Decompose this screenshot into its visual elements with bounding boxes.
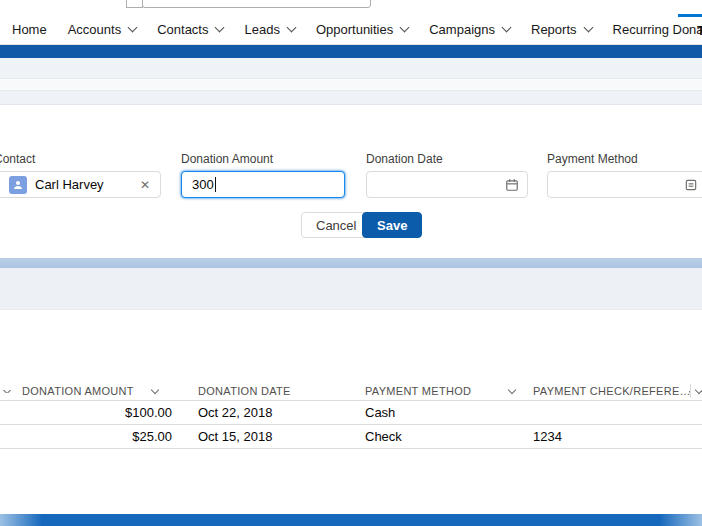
nav-tab-recurring-donations[interactable]: Recurring Donations [613,22,702,37]
clear-icon[interactable]: ✕ [140,178,150,192]
column-header-payment-method[interactable]: PAYMENT METHOD [358,385,525,397]
nav-tab-label: Contacts [157,22,208,37]
contact-icon [9,176,27,194]
calendar-icon[interactable] [505,178,519,192]
cell-payment-check-reference: 1234 [525,429,690,444]
chevron-down-icon[interactable] [502,23,512,33]
nav-tab-reports[interactable]: Reports [531,22,592,37]
nav-tab-label: Accounts [68,22,121,37]
page-header-band [0,58,702,105]
donation-date-input[interactable] [366,171,528,198]
chevron-down-icon[interactable] [3,390,11,393]
donation-amount-label: Donation Amount [181,152,273,166]
cell-donation-date: Oct 15, 2018 [190,429,358,444]
nav-tab-leads[interactable]: Leads [244,22,294,37]
text-cursor [215,177,216,192]
top-clipped-button[interactable] [126,0,143,8]
cancel-button[interactable]: Cancel [301,212,371,238]
column-header-payment-check-reference[interactable]: PAYMENT CHECK/REFERE… [525,385,690,397]
chevron-down-icon[interactable] [695,385,702,393]
cell-payment-method: Cash [358,405,525,420]
picklist-icon[interactable] [684,178,698,192]
column-header-donation-date[interactable]: DONATION DATE [190,385,358,397]
column-label: PAYMENT METHOD [365,385,471,397]
table-header-row: DONATION AMOUNT DONATION DATE PAYMENT ME… [0,382,702,401]
section-light-band [0,268,702,310]
header-blue-bar [0,45,702,58]
donation-amount-input[interactable]: 300 [181,171,345,198]
header-inner-strip [0,78,702,91]
nav-tab-opportunities[interactable]: Opportunities [316,22,408,37]
clipped-column-header[interactable] [690,384,702,398]
contact-field-value: Carl Harvey [35,177,104,192]
donation-amount-value: 300 [192,177,214,192]
chevron-down-icon[interactable] [583,23,593,33]
contact-field-label: Contact [0,152,35,166]
section-divider-band [0,258,702,268]
nav-tab-label: Leads [244,22,279,37]
table-row[interactable]: $25.00 Oct 15, 2018 Check 1234 [0,425,702,449]
contact-field[interactable]: Carl Harvey ✕ [0,171,161,198]
chevron-down-icon[interactable] [286,23,296,33]
nav-tab-accounts[interactable]: Accounts [68,22,136,37]
nav-tab-clipped[interactable]: T [697,23,702,38]
chevron-down-icon[interactable] [215,23,225,33]
active-tab-indicator [678,14,702,17]
nav-tab-label: Recurring Donations [613,22,702,37]
chevron-down-icon[interactable] [151,385,159,393]
nav-tab-label: Opportunities [316,22,393,37]
donations-table: DONATION AMOUNT DONATION DATE PAYMENT ME… [0,382,702,449]
bottom-blue-bar [0,514,702,526]
cell-donation-amount: $25.00 [14,429,190,444]
chevron-down-icon[interactable] [508,385,516,393]
save-button[interactable]: Save [362,212,422,238]
column-label: DONATION DATE [198,385,291,397]
column-label: PAYMENT CHECK/REFERE… [533,385,690,397]
column-label: DONATION AMOUNT [22,385,134,397]
nav-bar: Home Accounts Contacts Leads Opportuniti… [0,15,702,45]
donation-edit-form: Contact Carl Harvey ✕ Donation Amount 30… [0,105,702,258]
top-clipped-searchbox[interactable] [142,0,371,8]
donation-date-label: Donation Date [366,152,443,166]
nav-tab-label: Campaigns [429,22,495,37]
nav-tab-label: Reports [531,22,577,37]
nav-tab-contacts[interactable]: Contacts [157,22,223,37]
column-header-donation-amount[interactable]: DONATION AMOUNT [14,385,190,397]
nav-tab-campaigns[interactable]: Campaigns [429,22,510,37]
salesforce-app-window: Home Accounts Contacts Leads Opportuniti… [0,0,702,526]
nav-tab-label: Home [12,22,47,37]
nav-tab-home[interactable]: Home [12,22,47,37]
payment-method-label: Payment Method [547,152,638,166]
cell-payment-method: Check [358,429,525,444]
cell-donation-date: Oct 22, 2018 [190,405,358,420]
chevron-down-icon[interactable] [128,23,138,33]
chevron-down-icon[interactable] [400,23,410,33]
clipped-column-menu[interactable] [0,390,14,393]
table-row[interactable]: $100.00 Oct 22, 2018 Cash [0,401,702,425]
payment-method-input[interactable] [547,171,702,198]
cell-donation-amount: $100.00 [14,405,190,420]
